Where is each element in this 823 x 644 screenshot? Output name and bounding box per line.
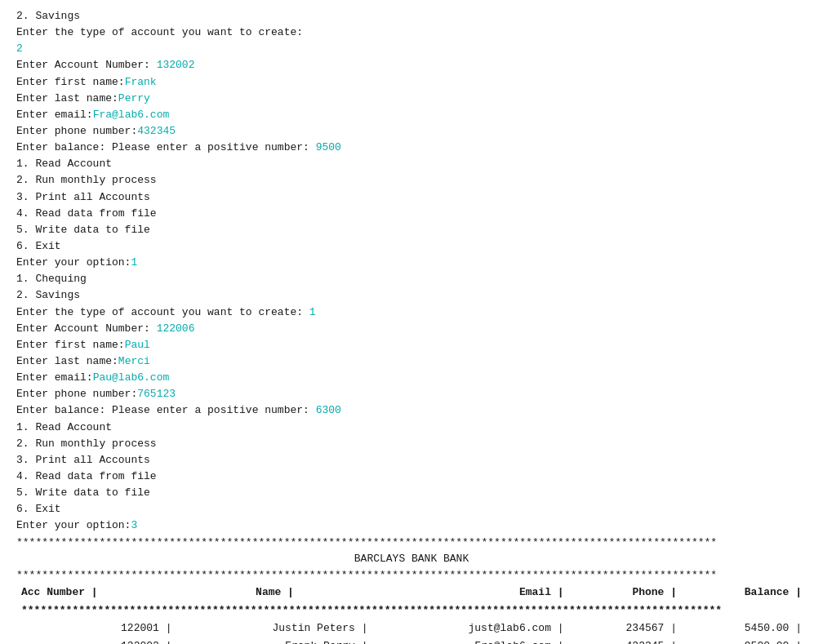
terminal-line: Enter last name:Perry bbox=[16, 91, 807, 107]
terminal-line: 2. Run monthly process bbox=[16, 172, 807, 189]
terminal-line: 2 bbox=[16, 41, 807, 57]
cell-name: Frank Perry | bbox=[176, 637, 372, 644]
terminal-line: Enter your option:1 bbox=[16, 255, 807, 271]
terminal-line: 3. Print all Accounts bbox=[16, 189, 807, 206]
terminal-line: 4. Read data from file bbox=[16, 206, 807, 222]
terminal-lines-top: 2. SavingsEnter the type of account you … bbox=[16, 8, 807, 535]
terminal-output: 2. SavingsEnter the type of account you … bbox=[16, 8, 807, 644]
terminal-line: 5. Write data to file bbox=[16, 485, 807, 501]
cell-email: just@lab6.com | bbox=[373, 620, 569, 637]
cell-acc-number: 132002 | bbox=[16, 637, 176, 644]
separator-header: ****************************************… bbox=[16, 602, 807, 620]
terminal-line: Enter the type of account you want to cr… bbox=[16, 24, 807, 41]
terminal-line: Enter balance: Please enter a positive n… bbox=[16, 402, 807, 419]
terminal-line: 3. Print all Accounts bbox=[16, 452, 807, 469]
accounts-table: Acc Number | Name | Email | Phone | Bala… bbox=[16, 584, 807, 644]
bank-section: ****************************************… bbox=[16, 535, 807, 645]
cell-email: Fra@lab6.com | bbox=[373, 637, 569, 644]
table-row: 132002 |Frank Perry |Fra@lab6.com |43234… bbox=[16, 637, 807, 644]
terminal-line: 2. Run monthly process bbox=[16, 436, 807, 452]
terminal-line: Enter your option:3 bbox=[16, 517, 807, 534]
cell-phone: 234567 | bbox=[569, 620, 682, 637]
terminal-line: Enter first name:Paul bbox=[16, 337, 807, 353]
col-balance: Balance | bbox=[682, 584, 807, 602]
cell-balance: 5450.00 | bbox=[682, 620, 807, 637]
terminal-line: Enter first name:Frank bbox=[16, 74, 807, 91]
terminal-line: 1. Chequing bbox=[16, 271, 807, 287]
terminal-line: 2. Savings bbox=[16, 287, 807, 304]
terminal-line: Enter email:Pau@lab6.com bbox=[16, 370, 807, 386]
terminal-line: 5. Write data to file bbox=[16, 222, 807, 238]
terminal-line: Enter the type of account you want to cr… bbox=[16, 304, 807, 321]
col-name: Name | bbox=[176, 584, 372, 602]
terminal-line: 4. Read data from file bbox=[16, 469, 807, 485]
terminal-line: 1. Read Account bbox=[16, 156, 807, 172]
cell-name: Justin Peters | bbox=[176, 620, 372, 637]
cell-acc-number: 122001 | bbox=[16, 620, 176, 637]
terminal-line: 6. Exit bbox=[16, 501, 807, 517]
table-row: 122001 |Justin Peters |just@lab6.com |23… bbox=[16, 620, 807, 637]
terminal-line: 6. Exit bbox=[16, 238, 807, 255]
cell-phone: 432345 | bbox=[569, 637, 682, 644]
cell-balance: 9500.00 | bbox=[682, 637, 807, 644]
separator-mid: ****************************************… bbox=[16, 567, 807, 584]
col-acc-number: Acc Number | bbox=[16, 584, 176, 602]
terminal-line: Enter balance: Please enter a positive n… bbox=[16, 140, 807, 156]
table-header-row: Acc Number | Name | Email | Phone | Bala… bbox=[16, 584, 807, 602]
col-email: Email | bbox=[373, 584, 569, 602]
terminal-line: Enter Account Number: 132002 bbox=[16, 57, 807, 73]
terminal-line: Enter phone number:765123 bbox=[16, 386, 807, 402]
terminal-line: Enter last name:Merci bbox=[16, 353, 807, 370]
terminal-line: Enter Account Number: 122006 bbox=[16, 321, 807, 337]
bank-title: BARCLAYS BANK BANK bbox=[16, 551, 807, 567]
terminal-line: Enter email:Fra@lab6.com bbox=[16, 107, 807, 123]
separator-top: ****************************************… bbox=[16, 535, 807, 551]
terminal-line: Enter phone number:432345 bbox=[16, 123, 807, 140]
col-phone: Phone | bbox=[569, 584, 682, 602]
terminal-line: 1. Read Account bbox=[16, 420, 807, 436]
terminal-line: 2. Savings bbox=[16, 8, 807, 24]
